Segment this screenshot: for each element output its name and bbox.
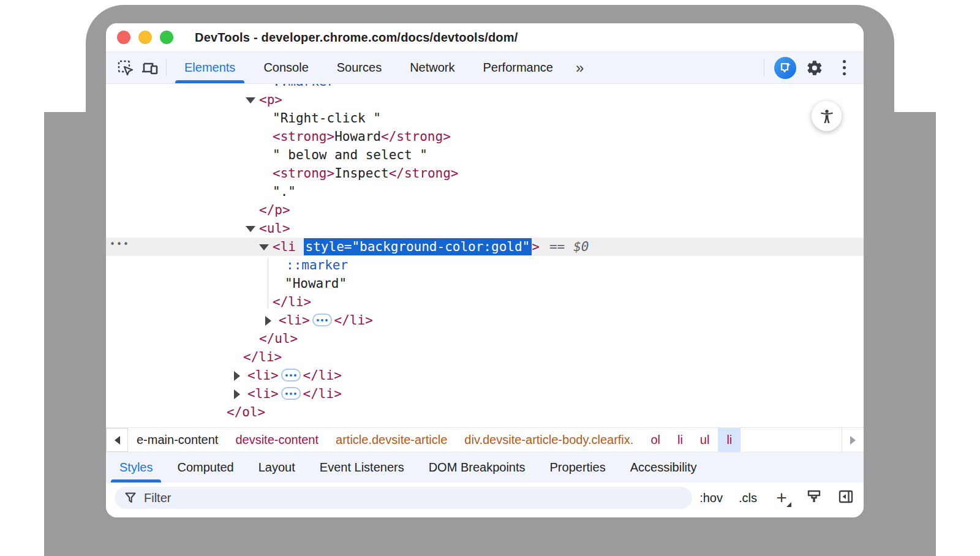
- tab-console[interactable]: Console: [249, 52, 322, 83]
- breadcrumb-scroll-left-button[interactable]: [106, 428, 128, 452]
- tab-sources[interactable]: Sources: [323, 52, 396, 83]
- dom-attr-selected[interactable]: style="background-color:gold": [304, 238, 532, 255]
- sidebar-tab-properties[interactable]: Properties: [538, 453, 618, 483]
- device-toolbar-icon[interactable]: [138, 56, 162, 80]
- dom-tag: <li>: [279, 313, 310, 328]
- accessibility-person-icon[interactable]: [812, 101, 842, 131]
- dom-node-row[interactable]: ::marker: [106, 84, 864, 91]
- window-title: DevTools - developer.chrome.com/docs/dev…: [195, 31, 518, 45]
- breadcrumb-item[interactable]: li: [669, 428, 692, 452]
- minimize-window-button[interactable]: [138, 31, 152, 44]
- expand-arrow-right-icon[interactable]: [234, 389, 240, 399]
- dom-tag: </strong>: [381, 129, 451, 144]
- sidebar-tab-styles[interactable]: Styles: [107, 453, 165, 483]
- dom-node-row[interactable]: "Right-click ": [106, 109, 864, 127]
- collapsed-children-ellipsis-icon[interactable]: [281, 369, 301, 381]
- dom-node-row[interactable]: <li></li>: [106, 385, 864, 403]
- dom-node-row[interactable]: "Howard": [106, 274, 864, 293]
- inspect-element-icon[interactable]: [113, 56, 138, 80]
- tab-performance[interactable]: Performance: [469, 52, 568, 83]
- expand-arrow-right-icon[interactable]: [265, 316, 271, 326]
- panel-tab-strip: ElementsConsoleSourcesNetworkPerformance: [170, 52, 567, 83]
- dom-tag: </ol>: [227, 405, 265, 419]
- dom-node-row[interactable]: <p>: [106, 91, 864, 109]
- dom-node-row[interactable]: <li></li>: [106, 366, 864, 385]
- dom-tag: </p>: [259, 203, 290, 217]
- dom-node-row[interactable]: </ol>: [106, 403, 864, 421]
- styles-sidebar-tab-strip: StylesComputedLayoutEvent ListenersDOM B…: [106, 452, 864, 483]
- sidebar-tab-event-listeners[interactable]: Event Listeners: [307, 453, 417, 483]
- dom-node-row[interactable]: ::marker: [106, 256, 864, 274]
- dom-text: " below and select ": [273, 148, 428, 162]
- dom-node-row[interactable]: •••<li style="background-color:gold">==$…: [106, 238, 864, 256]
- tab-elements[interactable]: Elements: [170, 52, 249, 83]
- breadcrumb-item[interactable]: ol: [642, 428, 669, 452]
- breadcrumb-item[interactable]: e-main-content: [128, 428, 227, 452]
- dom-tag: </li>: [303, 368, 342, 383]
- chevron-right-icon: [850, 436, 856, 445]
- dom-text: Howard: [334, 129, 381, 144]
- dom-pseudo: ::marker: [273, 84, 334, 89]
- close-window-button[interactable]: [117, 31, 130, 44]
- indent-guide: [268, 258, 268, 309]
- toolbar-right-divider: [764, 59, 764, 77]
- expand-arrow-down-icon[interactable]: [259, 244, 269, 250]
- collapsed-children-ellipsis-icon[interactable]: [312, 314, 332, 326]
- filter-input[interactable]: [144, 491, 682, 505]
- dom-node-row[interactable]: <li></li>: [106, 311, 864, 329]
- chevron-left-icon: [115, 436, 120, 445]
- maximize-window-button[interactable]: [160, 31, 173, 44]
- dom-node-row[interactable]: <strong>Howard</strong>: [106, 127, 864, 146]
- dom-tag: </li>: [303, 386, 342, 401]
- dom-node-row[interactable]: </p>: [106, 201, 864, 219]
- breadcrumb-item[interactable]: ul: [692, 428, 718, 452]
- tab-network[interactable]: Network: [396, 52, 469, 83]
- style-filter-field[interactable]: [115, 487, 692, 509]
- sidebar-tab-layout[interactable]: Layout: [246, 453, 307, 483]
- expand-arrow-right-icon[interactable]: [234, 371, 240, 381]
- filter-funnel-icon: [124, 492, 137, 504]
- page: DevTools - developer.chrome.com/docs/dev…: [0, 0, 980, 556]
- ai-assistance-icon[interactable]: [774, 57, 796, 79]
- toggle-element-state-button[interactable]: :hov: [699, 491, 723, 505]
- styles-filter-bar: :hov .cls +: [106, 483, 864, 513]
- filter-bar-controls: :hov .cls +: [699, 489, 854, 507]
- sidebar-tab-accessibility[interactable]: Accessibility: [618, 453, 709, 483]
- breadcrumb-item[interactable]: article.devsite-article: [327, 428, 456, 452]
- dom-tag: </ul>: [259, 331, 298, 346]
- window-bottom-padding: [106, 513, 864, 517]
- breadcrumb: e-main-contentdevsite-contentarticle.dev…: [106, 427, 864, 452]
- breadcrumb-scroll-right-button[interactable]: [842, 428, 864, 452]
- dom-tag: </strong>: [389, 166, 459, 181]
- expand-arrow-down-icon[interactable]: [246, 97, 255, 103]
- more-tabs-button[interactable]: »: [567, 59, 591, 77]
- dom-node-row[interactable]: </ul>: [106, 329, 864, 348]
- dom-tag: <ul>: [259, 221, 290, 236]
- dom-node-row[interactable]: <strong>Inspect</strong>: [106, 164, 864, 182]
- dom-tag: <li>: [247, 368, 279, 383]
- breadcrumb-item[interactable]: div.devsite-article-body.clearfix.: [456, 428, 642, 452]
- breadcrumb-item[interactable]: devsite-content: [227, 428, 327, 452]
- sidebar-tab-dom-breakpoints[interactable]: DOM Breakpoints: [417, 453, 538, 483]
- dom-node-row[interactable]: <ul>: [106, 219, 864, 238]
- breadcrumb-item[interactable]: li: [718, 428, 741, 452]
- dom-tag: <li>: [247, 386, 279, 401]
- sidebar-tab-computed[interactable]: Computed: [165, 453, 246, 483]
- settings-gear-icon[interactable]: [802, 56, 827, 80]
- more-options-kebab-icon[interactable]: [833, 60, 855, 75]
- expand-arrow-down-icon[interactable]: [246, 226, 255, 232]
- dom-dollar: $0: [573, 239, 589, 254]
- dom-node-row[interactable]: " below and select ": [106, 146, 864, 164]
- new-style-rule-plus-icon[interactable]: +: [773, 489, 790, 506]
- collapsed-children-ellipsis-icon[interactable]: [281, 387, 301, 400]
- dom-tag: </li>: [334, 313, 373, 328]
- dom-node-row[interactable]: ".": [106, 182, 864, 201]
- dom-node-row[interactable]: </li>: [106, 293, 864, 311]
- rendering-brush-icon[interactable]: [806, 489, 822, 507]
- node-options-dots[interactable]: •••: [110, 235, 130, 254]
- dom-text: "Right-click ": [273, 111, 381, 126]
- dock-sidebar-icon[interactable]: [838, 489, 854, 507]
- dom-node-row[interactable]: </li>: [106, 348, 864, 366]
- element-classes-button[interactable]: .cls: [739, 491, 757, 505]
- devtools-toolbar: ElementsConsoleSourcesNetworkPerformance…: [106, 52, 864, 84]
